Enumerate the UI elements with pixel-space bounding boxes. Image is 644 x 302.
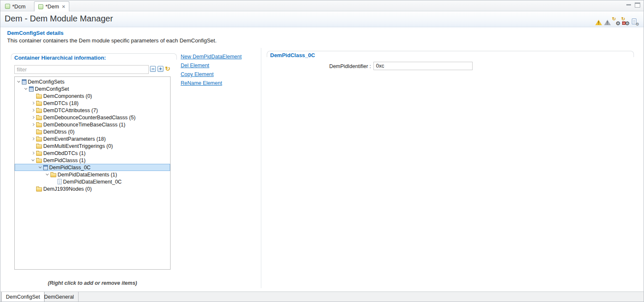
tree-item[interactable]: DemMultiEventTriggerings (0) bbox=[15, 142, 170, 150]
editor-tab-label: *Dem bbox=[45, 3, 59, 10]
bottom-tab-label: DemConfigSet bbox=[6, 294, 40, 300]
folder-icon bbox=[36, 152, 42, 156]
tab-demgeneral[interactable]: DemGeneral bbox=[40, 292, 79, 302]
folder-icon bbox=[36, 102, 42, 106]
folder-icon bbox=[36, 95, 42, 99]
container-icon bbox=[22, 79, 26, 84]
chevron-collapsed-icon[interactable] bbox=[30, 122, 36, 127]
bottom-tab-label: DemGeneral bbox=[44, 294, 74, 300]
container-tree: DemConfigSetsDemConfigSetDemComponents (… bbox=[14, 76, 171, 270]
dempid-identifier-input[interactable] bbox=[373, 62, 473, 70]
document-settings-icon[interactable]: ⚙ bbox=[631, 18, 639, 25]
tree-item[interactable]: DemComponents (0) bbox=[15, 92, 170, 100]
close-tab-icon[interactable]: × bbox=[62, 5, 66, 9]
editor-tab-dcm[interactable]: *Dcm bbox=[1, 1, 29, 11]
tree-hint: (Right click to add or remove items) bbox=[14, 280, 171, 286]
tree-item[interactable]: DemConfigSet bbox=[15, 85, 170, 92]
dempid-identifier-label: DemPidIdentifier : bbox=[267, 63, 371, 69]
tree-item[interactable]: DemPidDataElements (1) bbox=[15, 171, 170, 178]
chevron-expanded-icon[interactable] bbox=[23, 86, 29, 92]
tree-item-label: DemConfigSets bbox=[28, 79, 65, 85]
chevron-collapsed-icon[interactable] bbox=[30, 115, 36, 120]
tree-item-label: DemConfigSet bbox=[35, 86, 69, 92]
editor-tab-label: *Dcm bbox=[12, 3, 26, 10]
right-panel-title: DemPidClass_0C bbox=[270, 52, 315, 58]
folder-icon bbox=[36, 130, 42, 134]
module-icon bbox=[5, 4, 10, 9]
rename-element-link[interactable]: ReName Element bbox=[181, 80, 222, 86]
chevron-expanded-icon[interactable] bbox=[30, 158, 36, 163]
tree-item-label: DemPidClasss (1) bbox=[43, 158, 86, 163]
section-title: DemConfigSet details bbox=[7, 30, 63, 36]
generate-icon[interactable]: ⚙↻ bbox=[622, 18, 629, 25]
tree-item-label: DemPidDataElements (1) bbox=[58, 172, 117, 178]
chevron-collapsed-icon[interactable] bbox=[30, 108, 36, 113]
tree-item[interactable]: DemDtrss (0) bbox=[15, 128, 170, 135]
tree-item-label: DemDTCs (18) bbox=[43, 100, 79, 106]
tree-item-label: DemEventParameters (18) bbox=[43, 136, 106, 142]
module-icon bbox=[38, 4, 43, 9]
tree-item[interactable]: DemConfigSets bbox=[15, 78, 170, 85]
filter-input[interactable] bbox=[14, 65, 149, 74]
folder-icon bbox=[36, 109, 42, 113]
tree-item[interactable]: DemPidDataElement_0C bbox=[15, 178, 170, 185]
right-section-frame bbox=[267, 51, 634, 57]
new-element-link[interactable]: New DemPidDataElement bbox=[181, 54, 242, 60]
minimize-view-icon[interactable] bbox=[626, 3, 631, 5]
tree-item[interactable]: DemDTCAttributess (7) bbox=[15, 107, 170, 114]
folder-icon bbox=[36, 187, 42, 192]
tree-toolbar: − + ↻ bbox=[150, 66, 171, 72]
bottom-tab-strip: DemConfigSet DemGeneral bbox=[0, 291, 644, 302]
folder-icon bbox=[36, 144, 42, 149]
warning-yellow-icon[interactable]: ! bbox=[595, 19, 602, 25]
delete-element-link[interactable]: Del Element bbox=[181, 63, 209, 68]
tree-item-label: DemPidDataElement_0C bbox=[63, 179, 122, 185]
page-title: Dem - Dem Module Manager bbox=[5, 14, 113, 24]
tree-item-label: DemDebounceCounterBasedClasss (5) bbox=[43, 115, 136, 121]
header-toolbar: ! ! ⚙↻ ⚙↻ ⚙ bbox=[595, 18, 639, 25]
validate-icon[interactable]: ⚙↻ bbox=[613, 18, 620, 25]
chevron-collapsed-icon[interactable] bbox=[30, 150, 36, 156]
tab-demconfigset[interactable]: DemConfigSet bbox=[1, 292, 45, 302]
reload-icon[interactable]: ↻ bbox=[165, 66, 171, 72]
tree-item-label: DemJ1939Nodes (0) bbox=[43, 186, 92, 192]
section-description: This container containers the Dem module… bbox=[7, 37, 217, 44]
tree-item[interactable]: DemPidClass_0C bbox=[15, 164, 170, 171]
folder-icon bbox=[36, 159, 42, 163]
editor-tab-dem[interactable]: *Dem × bbox=[34, 1, 69, 11]
chevron-expanded-icon[interactable] bbox=[37, 165, 43, 170]
folder-icon bbox=[36, 123, 42, 127]
tree-item-label: DemComponents (0) bbox=[43, 93, 92, 99]
container-icon bbox=[29, 87, 34, 92]
dem-module-manager-window: *Dcm *Dem × Dem - Dem Module Manager ! !… bbox=[0, 0, 644, 302]
document-icon bbox=[58, 179, 62, 184]
panel-divider bbox=[261, 48, 261, 288]
warning-gray-icon[interactable]: ! bbox=[604, 19, 611, 25]
tree-item[interactable]: DemObdDTCs (1) bbox=[15, 150, 170, 157]
collapse-all-icon[interactable]: − bbox=[150, 66, 156, 72]
tree-item-label: DemPidClass_0C bbox=[49, 165, 91, 171]
chevron-collapsed-icon[interactable] bbox=[30, 100, 36, 106]
folder-icon bbox=[36, 116, 42, 120]
tree-item[interactable]: DemPidClasss (1) bbox=[15, 157, 170, 164]
folder-icon bbox=[36, 137, 42, 142]
tree-item-label: DemMultiEventTriggerings (0) bbox=[43, 143, 113, 149]
tree-item[interactable]: DemDebounceTimeBaseClasss (1) bbox=[15, 121, 170, 128]
container-icon bbox=[43, 165, 48, 170]
tree-item[interactable]: DemDebounceCounterBasedClasss (5) bbox=[15, 114, 170, 121]
chevron-collapsed-icon[interactable] bbox=[30, 136, 36, 142]
expand-all-icon[interactable]: + bbox=[158, 66, 163, 72]
tree-item-label: DemDebounceTimeBaseClasss (1) bbox=[43, 122, 125, 128]
copy-element-link[interactable]: Copy Element bbox=[181, 71, 214, 77]
chevron-expanded-icon[interactable] bbox=[16, 79, 21, 84]
tree-item[interactable]: DemEventParameters (18) bbox=[15, 135, 170, 142]
maximize-view-icon[interactable] bbox=[635, 3, 640, 8]
tree-item[interactable]: DemDTCs (18) bbox=[15, 100, 170, 107]
form-header: Dem - Dem Module Manager ! ! ⚙↻ ⚙↻ ⚙ bbox=[0, 11, 644, 27]
tree-item[interactable]: DemJ1939Nodes (0) bbox=[15, 185, 170, 192]
tree-item-label: DemObdDTCs (1) bbox=[43, 150, 86, 156]
folder-icon bbox=[50, 173, 56, 177]
tree-item-label: DemDTCAttributess (7) bbox=[43, 108, 98, 113]
tree-item-label: DemDtrss (0) bbox=[43, 129, 74, 135]
chevron-expanded-icon[interactable] bbox=[45, 172, 50, 177]
